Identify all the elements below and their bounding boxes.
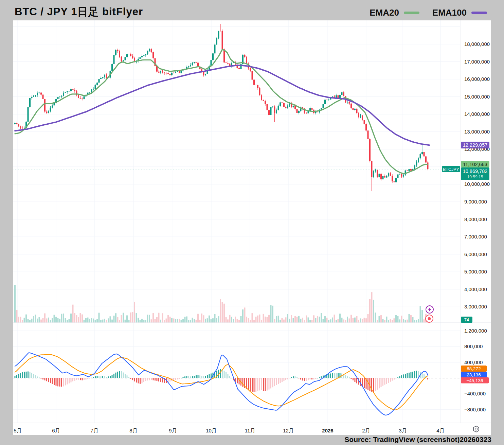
svg-text:400,000: 400,000: [464, 359, 483, 365]
svg-text:7月: 7月: [90, 428, 98, 433]
svg-text:13,000,000: 13,000,000: [464, 129, 490, 135]
svg-text:12,229,057: 12,229,057: [463, 142, 488, 148]
ema100-line-swatch: [471, 12, 487, 14]
source-caption: Source: TradingView (screenshot)20260323: [344, 435, 491, 444]
legend-item-ema20: EMA20: [370, 7, 419, 18]
ema20-line-swatch: [404, 12, 419, 14]
svg-text:BTCJPY: BTCJPY: [443, 167, 460, 172]
svg-text:3月: 3月: [399, 428, 407, 433]
svg-text:6,000,000: 6,000,000: [464, 251, 487, 257]
svg-text:1,200,000: 1,200,000: [464, 328, 487, 334]
svg-text:4,000,000: 4,000,000: [464, 286, 487, 292]
svg-text:−400,000: −400,000: [464, 391, 486, 396]
volume-bars: [14, 285, 429, 323]
svg-text:23,136: 23,136: [467, 372, 481, 377]
svg-text:18,000,000: 18,000,000: [464, 41, 490, 47]
legend-label-ema20: EMA20: [370, 7, 399, 18]
svg-text:14,000,000: 14,000,000: [464, 111, 490, 117]
svg-text:11月: 11月: [245, 428, 255, 433]
tradingview-screenshot: BTC / JPY 1日足 bitFlyer EMA20 EMA100 18,0…: [0, 0, 504, 445]
svg-text:17,000,000: 17,000,000: [464, 59, 490, 65]
svg-text:2月: 2月: [362, 428, 370, 433]
svg-text:3,000,000: 3,000,000: [464, 304, 487, 309]
svg-text:19:59:15: 19:59:15: [467, 175, 483, 179]
gridlines: [13, 20, 460, 423]
svg-text:6月: 6月: [52, 428, 60, 433]
svg-text:8月: 8月: [129, 428, 137, 433]
price-axis[interactable]: 18,000,00017,000,00016,000,00015,000,000…: [464, 41, 490, 412]
svg-text:2026: 2026: [322, 428, 333, 433]
svg-text:10月: 10月: [206, 428, 217, 433]
indicator-legend: EMA20 EMA100: [370, 7, 487, 18]
svg-text:12月: 12月: [283, 428, 294, 433]
svg-text:4月: 4月: [436, 428, 444, 433]
svg-text:5,000,000: 5,000,000: [464, 269, 487, 274]
svg-text:7,000,000: 7,000,000: [464, 234, 487, 239]
svg-text:5月: 5月: [14, 428, 21, 433]
svg-text:8,000,000: 8,000,000: [464, 216, 487, 222]
svg-text:68,272: 68,272: [467, 366, 481, 371]
ema100-line: [15, 65, 429, 145]
svg-text:15,000,000: 15,000,000: [464, 94, 490, 100]
svg-text:74: 74: [464, 317, 469, 322]
svg-text:9月: 9月: [169, 428, 177, 433]
svg-text:800,000: 800,000: [464, 343, 483, 349]
time-axis[interactable]: 5月6月7月8月9月10月11月12月20262月3月4月: [14, 428, 444, 433]
pane-separators: [13, 20, 491, 423]
axis-settings-gear-icon[interactable]: [473, 426, 479, 432]
svg-text:10,869,782: 10,869,782: [463, 168, 488, 174]
svg-text:−45,136: −45,136: [466, 378, 483, 383]
svg-text:16,000,000: 16,000,000: [464, 76, 490, 82]
chart-title: BTC / JPY 1日足 bitFlyer: [15, 5, 143, 19]
svg-text:10,000,000: 10,000,000: [464, 181, 490, 187]
svg-text:11,102,663: 11,102,663: [463, 162, 487, 167]
svg-text:9,000,000: 9,000,000: [464, 199, 487, 204]
chart-panel[interactable]: 18,000,00017,000,00016,000,00015,000,000…: [13, 20, 491, 435]
macd-pane: [13, 369, 460, 392]
chart-markers: [426, 306, 433, 322]
legend-item-ema100: EMA100: [432, 7, 487, 18]
svg-text:−800,000: −800,000: [464, 407, 486, 412]
candlesticks: [14, 24, 429, 194]
legend-label-ema100: EMA100: [432, 7, 467, 18]
chart-svg[interactable]: 18,000,00017,000,00016,000,00015,000,000…: [13, 20, 491, 435]
